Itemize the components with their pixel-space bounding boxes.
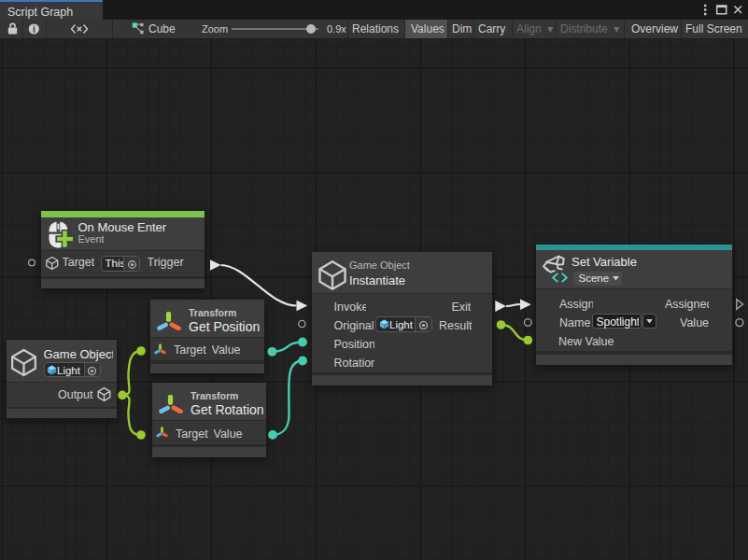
svg-text:i: i [33,24,35,35]
